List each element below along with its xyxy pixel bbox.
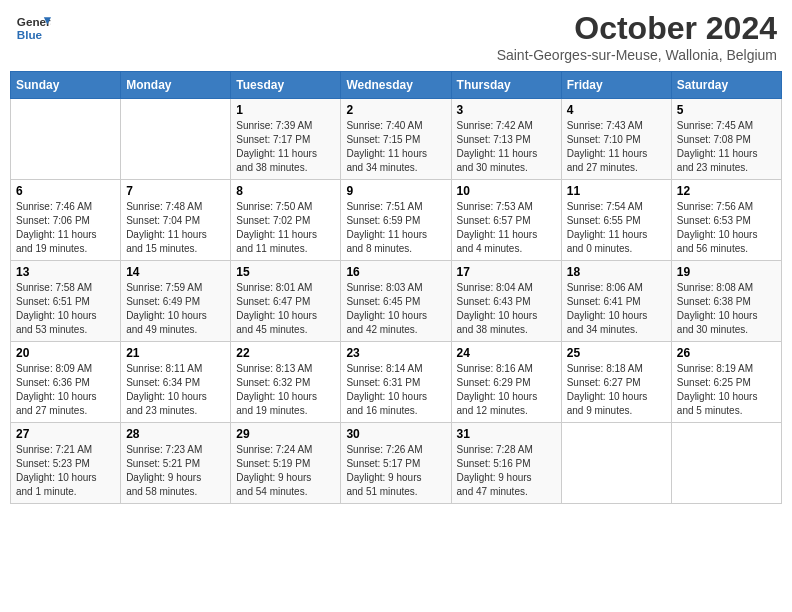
day-info: Sunrise: 7:53 AMSunset: 6:57 PMDaylight:… [457, 200, 556, 256]
calendar-week-row: 20Sunrise: 8:09 AMSunset: 6:36 PMDayligh… [11, 342, 782, 423]
calendar-table: SundayMondayTuesdayWednesdayThursdayFrid… [10, 71, 782, 504]
calendar-cell: 22Sunrise: 8:13 AMSunset: 6:32 PMDayligh… [231, 342, 341, 423]
day-of-week-header: Thursday [451, 72, 561, 99]
logo: General Blue [15, 10, 51, 46]
calendar-cell: 2Sunrise: 7:40 AMSunset: 7:15 PMDaylight… [341, 99, 451, 180]
calendar-week-row: 27Sunrise: 7:21 AMSunset: 5:23 PMDayligh… [11, 423, 782, 504]
day-info: Sunrise: 7:39 AMSunset: 7:17 PMDaylight:… [236, 119, 335, 175]
day-number: 19 [677, 265, 776, 279]
day-info: Sunrise: 7:48 AMSunset: 7:04 PMDaylight:… [126, 200, 225, 256]
day-number: 13 [16, 265, 115, 279]
day-number: 20 [16, 346, 115, 360]
day-number: 27 [16, 427, 115, 441]
calendar-body: 1Sunrise: 7:39 AMSunset: 7:17 PMDaylight… [11, 99, 782, 504]
day-info: Sunrise: 7:42 AMSunset: 7:13 PMDaylight:… [457, 119, 556, 175]
day-number: 6 [16, 184, 115, 198]
day-info: Sunrise: 8:01 AMSunset: 6:47 PMDaylight:… [236, 281, 335, 337]
day-of-week-header: Saturday [671, 72, 781, 99]
calendar-cell: 12Sunrise: 7:56 AMSunset: 6:53 PMDayligh… [671, 180, 781, 261]
calendar-cell: 15Sunrise: 8:01 AMSunset: 6:47 PMDayligh… [231, 261, 341, 342]
day-number: 26 [677, 346, 776, 360]
calendar-cell: 11Sunrise: 7:54 AMSunset: 6:55 PMDayligh… [561, 180, 671, 261]
day-number: 31 [457, 427, 556, 441]
day-number: 23 [346, 346, 445, 360]
day-info: Sunrise: 7:46 AMSunset: 7:06 PMDaylight:… [16, 200, 115, 256]
day-info: Sunrise: 8:04 AMSunset: 6:43 PMDaylight:… [457, 281, 556, 337]
calendar-cell [11, 99, 121, 180]
calendar-cell: 4Sunrise: 7:43 AMSunset: 7:10 PMDaylight… [561, 99, 671, 180]
calendar-week-row: 6Sunrise: 7:46 AMSunset: 7:06 PMDaylight… [11, 180, 782, 261]
calendar-cell: 13Sunrise: 7:58 AMSunset: 6:51 PMDayligh… [11, 261, 121, 342]
day-number: 25 [567, 346, 666, 360]
day-info: Sunrise: 7:28 AMSunset: 5:16 PMDaylight:… [457, 443, 556, 499]
calendar-cell: 31Sunrise: 7:28 AMSunset: 5:16 PMDayligh… [451, 423, 561, 504]
calendar-cell: 24Sunrise: 8:16 AMSunset: 6:29 PMDayligh… [451, 342, 561, 423]
calendar-cell: 25Sunrise: 8:18 AMSunset: 6:27 PMDayligh… [561, 342, 671, 423]
title-block: October 2024 Saint-Georges-sur-Meuse, Wa… [497, 10, 777, 63]
calendar-cell: 20Sunrise: 8:09 AMSunset: 6:36 PMDayligh… [11, 342, 121, 423]
day-info: Sunrise: 8:09 AMSunset: 6:36 PMDaylight:… [16, 362, 115, 418]
calendar-cell: 21Sunrise: 8:11 AMSunset: 6:34 PMDayligh… [121, 342, 231, 423]
day-number: 21 [126, 346, 225, 360]
calendar-cell: 27Sunrise: 7:21 AMSunset: 5:23 PMDayligh… [11, 423, 121, 504]
calendar-cell: 30Sunrise: 7:26 AMSunset: 5:17 PMDayligh… [341, 423, 451, 504]
calendar-cell [121, 99, 231, 180]
day-number: 3 [457, 103, 556, 117]
calendar-cell: 7Sunrise: 7:48 AMSunset: 7:04 PMDaylight… [121, 180, 231, 261]
calendar-cell: 10Sunrise: 7:53 AMSunset: 6:57 PMDayligh… [451, 180, 561, 261]
calendar-cell: 5Sunrise: 7:45 AMSunset: 7:08 PMDaylight… [671, 99, 781, 180]
day-number: 2 [346, 103, 445, 117]
calendar-cell: 23Sunrise: 8:14 AMSunset: 6:31 PMDayligh… [341, 342, 451, 423]
day-info: Sunrise: 8:16 AMSunset: 6:29 PMDaylight:… [457, 362, 556, 418]
day-info: Sunrise: 7:51 AMSunset: 6:59 PMDaylight:… [346, 200, 445, 256]
calendar-cell: 26Sunrise: 8:19 AMSunset: 6:25 PMDayligh… [671, 342, 781, 423]
day-info: Sunrise: 8:03 AMSunset: 6:45 PMDaylight:… [346, 281, 445, 337]
calendar-week-row: 1Sunrise: 7:39 AMSunset: 7:17 PMDaylight… [11, 99, 782, 180]
calendar-cell: 9Sunrise: 7:51 AMSunset: 6:59 PMDaylight… [341, 180, 451, 261]
day-number: 14 [126, 265, 225, 279]
day-number: 28 [126, 427, 225, 441]
day-info: Sunrise: 8:13 AMSunset: 6:32 PMDaylight:… [236, 362, 335, 418]
subtitle: Saint-Georges-sur-Meuse, Wallonia, Belgi… [497, 47, 777, 63]
main-title: October 2024 [497, 10, 777, 47]
calendar-header-row: SundayMondayTuesdayWednesdayThursdayFrid… [11, 72, 782, 99]
header: General Blue October 2024 Saint-Georges-… [10, 10, 782, 63]
day-number: 8 [236, 184, 335, 198]
day-number: 1 [236, 103, 335, 117]
calendar-cell: 14Sunrise: 7:59 AMSunset: 6:49 PMDayligh… [121, 261, 231, 342]
day-number: 9 [346, 184, 445, 198]
day-info: Sunrise: 7:26 AMSunset: 5:17 PMDaylight:… [346, 443, 445, 499]
calendar-cell: 3Sunrise: 7:42 AMSunset: 7:13 PMDaylight… [451, 99, 561, 180]
day-of-week-header: Monday [121, 72, 231, 99]
day-of-week-header: Tuesday [231, 72, 341, 99]
day-info: Sunrise: 7:43 AMSunset: 7:10 PMDaylight:… [567, 119, 666, 175]
day-number: 7 [126, 184, 225, 198]
day-number: 11 [567, 184, 666, 198]
logo-icon: General Blue [15, 10, 51, 46]
svg-text:General: General [17, 15, 51, 28]
day-info: Sunrise: 8:11 AMSunset: 6:34 PMDaylight:… [126, 362, 225, 418]
day-number: 15 [236, 265, 335, 279]
day-number: 17 [457, 265, 556, 279]
day-number: 10 [457, 184, 556, 198]
day-info: Sunrise: 7:24 AMSunset: 5:19 PMDaylight:… [236, 443, 335, 499]
calendar-week-row: 13Sunrise: 7:58 AMSunset: 6:51 PMDayligh… [11, 261, 782, 342]
day-number: 24 [457, 346, 556, 360]
day-of-week-header: Sunday [11, 72, 121, 99]
day-info: Sunrise: 7:23 AMSunset: 5:21 PMDaylight:… [126, 443, 225, 499]
calendar-cell: 8Sunrise: 7:50 AMSunset: 7:02 PMDaylight… [231, 180, 341, 261]
calendar-cell: 16Sunrise: 8:03 AMSunset: 6:45 PMDayligh… [341, 261, 451, 342]
day-info: Sunrise: 8:18 AMSunset: 6:27 PMDaylight:… [567, 362, 666, 418]
day-number: 30 [346, 427, 445, 441]
day-info: Sunrise: 7:58 AMSunset: 6:51 PMDaylight:… [16, 281, 115, 337]
day-info: Sunrise: 8:14 AMSunset: 6:31 PMDaylight:… [346, 362, 445, 418]
calendar-cell: 1Sunrise: 7:39 AMSunset: 7:17 PMDaylight… [231, 99, 341, 180]
calendar-cell [561, 423, 671, 504]
day-info: Sunrise: 8:08 AMSunset: 6:38 PMDaylight:… [677, 281, 776, 337]
calendar-cell: 19Sunrise: 8:08 AMSunset: 6:38 PMDayligh… [671, 261, 781, 342]
calendar-cell: 6Sunrise: 7:46 AMSunset: 7:06 PMDaylight… [11, 180, 121, 261]
calendar-cell [671, 423, 781, 504]
day-number: 4 [567, 103, 666, 117]
day-number: 16 [346, 265, 445, 279]
day-info: Sunrise: 7:54 AMSunset: 6:55 PMDaylight:… [567, 200, 666, 256]
